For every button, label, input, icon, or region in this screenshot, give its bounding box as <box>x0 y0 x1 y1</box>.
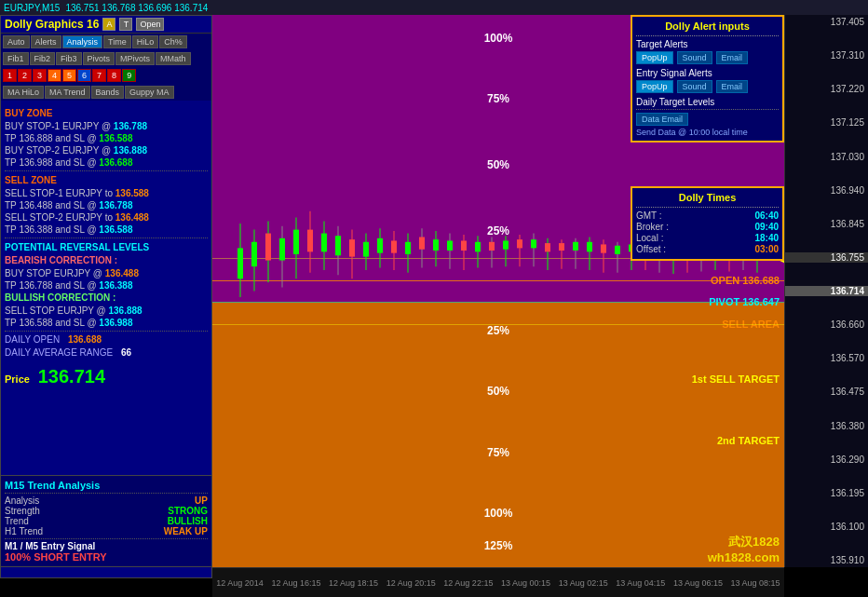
num-8[interactable]: 8 <box>107 69 121 82</box>
scale-136570: 136.570 <box>785 353 868 363</box>
svg-rect-27 <box>419 237 425 250</box>
scale-136845: 136.845 <box>785 219 868 229</box>
svg-rect-7 <box>279 238 285 261</box>
time-1: 12 Aug 2014 <box>216 578 264 588</box>
num-5[interactable]: 5 <box>62 69 76 82</box>
buy-tp1-val: 136.588 <box>99 133 132 143</box>
entry-sound-btn[interactable]: Sound <box>677 80 712 93</box>
svg-rect-13 <box>321 234 327 252</box>
bullish-line1: SELL STOP EURJPY @ 136.888 <box>5 305 208 317</box>
target-popup-btn[interactable]: PopUp <box>636 51 673 64</box>
num-9[interactable]: 9 <box>122 69 136 82</box>
nav-analysis[interactable]: Analysis <box>62 35 103 48</box>
entry-alerts-label: Entry Signal Alerts <box>636 68 779 78</box>
scale-136100: 136.100 <box>785 522 868 532</box>
svg-rect-35 <box>475 242 481 252</box>
daily-open-row: DAILY OPEN 136.688 <box>5 333 208 346</box>
daily-target-label: Daily Target Levels <box>636 97 779 107</box>
nav-fib1[interactable]: Fib1 <box>3 52 29 65</box>
svg-rect-55 <box>615 246 620 254</box>
scale-137030: 137.030 <box>785 152 868 162</box>
svg-rect-15 <box>335 236 341 255</box>
scale-136475: 136.475 <box>785 387 868 397</box>
trend-label: Trend <box>5 516 29 526</box>
svg-rect-51 <box>587 242 592 252</box>
nav-ma-trend[interactable]: MA Trend <box>45 86 90 99</box>
watermark-line1: 武汉1828 <box>708 534 780 550</box>
gmt-label: GMT : <box>636 210 662 221</box>
num-2[interactable]: 2 <box>18 69 32 82</box>
nav-fib3[interactable]: Fib3 <box>56 52 82 65</box>
num-6[interactable]: 6 <box>77 69 91 82</box>
svg-rect-47 <box>559 243 564 251</box>
sell-stop1-line: SELL STOP-1 EURJPY to 136.588 <box>5 187 208 199</box>
svg-rect-21 <box>377 238 383 253</box>
time-4: 12 Aug 20:15 <box>387 578 436 588</box>
svg-rect-9 <box>293 230 299 254</box>
btn-a[interactable]: A <box>102 18 115 31</box>
target-email-btn[interactable]: Email <box>716 51 749 64</box>
sell-zone-label: SELL ZONE <box>5 174 208 187</box>
bearish-label: BEARISH CORRECTION : <box>5 254 208 267</box>
svg-rect-11 <box>307 230 313 252</box>
h1trend-val: WEAK UP <box>164 526 208 536</box>
daily-avg-row: DAILY AVERAGE RANGE 66 <box>5 346 208 360</box>
time-7: 13 Aug 02:15 <box>559 578 608 588</box>
scale-136940: 136.940 <box>785 185 868 196</box>
price-row: Price 136.714 <box>5 363 208 389</box>
svg-rect-5 <box>265 234 271 261</box>
svg-rect-17 <box>349 239 355 256</box>
scale-135910: 135.910 <box>785 555 868 565</box>
svg-rect-45 <box>545 243 550 251</box>
time-2: 12 Aug 16:15 <box>271 578 320 588</box>
nav-fib2[interactable]: Fib2 <box>30 52 56 65</box>
nav-time[interactable]: Time <box>103 35 131 48</box>
svg-rect-3 <box>251 242 257 266</box>
nav-mpivots[interactable]: MPivots <box>115 52 155 65</box>
bullish-line2: TP 136.588 and SL @ 136.988 <box>5 317 208 329</box>
time-bar: 12 Aug 2014 12 Aug 16:15 12 Aug 18:15 12… <box>212 567 784 597</box>
offset-val: 03:00 <box>754 244 779 254</box>
data-email-btn[interactable]: Data Email <box>636 113 688 126</box>
btn-t[interactable]: T <box>119 18 132 31</box>
target-sound-btn[interactable]: Sound <box>677 51 712 64</box>
buy-tp2-line: TP 136.988 and SL @ 136.688 <box>5 156 208 169</box>
strength-label: Strength <box>5 506 40 516</box>
nav-hilo[interactable]: HiLo <box>132 35 159 48</box>
trend-divider2 <box>5 538 208 539</box>
nav-mmath[interactable]: MMath <box>156 52 191 65</box>
svg-rect-39 <box>503 240 509 249</box>
entry-popup-btn[interactable]: PopUp <box>636 80 673 93</box>
time-9: 13 Aug 06:15 <box>673 578 723 588</box>
svg-rect-49 <box>573 242 578 251</box>
nav-ma-hilo[interactable]: MA HiLo <box>3 86 44 99</box>
num-7[interactable]: 7 <box>92 69 106 82</box>
nav-row-2: Fib1 Fib2 Fib3 Pivots MPivots MMath <box>1 50 211 67</box>
sell-stop1-val: 136.588 <box>115 188 149 198</box>
strength-val: STRONG <box>168 506 208 516</box>
entry-alert-btns: PopUp Sound Email <box>636 80 779 93</box>
trend-val: BULLISH <box>168 516 208 526</box>
num-3[interactable]: 3 <box>33 69 47 82</box>
nav-bands[interactable]: Bands <box>91 86 125 99</box>
nav-guppy-ma[interactable]: Guppy MA <box>125 86 174 99</box>
num-1[interactable]: 1 <box>3 69 17 82</box>
sell-tp2-val: 136.588 <box>99 224 132 235</box>
gmt-row: GMT : 06:40 <box>636 210 779 221</box>
num-4[interactable]: 4 <box>47 69 61 82</box>
entry-signal-label: M1 / M5 Entry Signal <box>5 541 208 551</box>
time-3: 12 Aug 18:15 <box>329 578 378 588</box>
svg-rect-25 <box>405 242 411 254</box>
buy-stop2-line: BUY STOP-2 EURJPY @ 136.888 <box>5 144 208 156</box>
nav-ch[interactable]: Ch% <box>159 35 187 48</box>
trend-panel: M15 Trend Analysis Analysis UP Strength … <box>0 475 212 567</box>
svg-rect-1 <box>237 248 243 278</box>
local-val: 18:40 <box>754 233 779 243</box>
nav-alerts[interactable]: Alerts <box>31 35 61 48</box>
nav-auto[interactable]: Auto <box>3 35 30 48</box>
entry-email-btn[interactable]: Email <box>716 80 749 93</box>
nav-pivots[interactable]: Pivots <box>83 52 115 65</box>
title-bar: EURJPY,M15 136.751 136.768 136.696 136.7… <box>0 0 868 15</box>
btn-open[interactable]: Open <box>136 18 164 31</box>
chart-values: 136.751 136.768 136.696 136.714 <box>65 3 208 13</box>
